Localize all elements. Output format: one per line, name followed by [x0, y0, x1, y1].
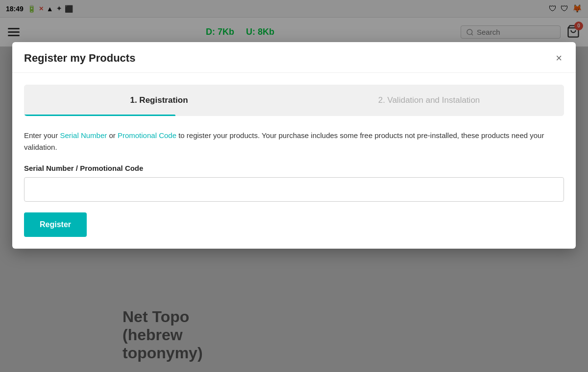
modal-overlay: Register my Products × 1. Registration 2… [0, 0, 588, 372]
modal-body: 1. Registration 2. Validation and Instal… [12, 73, 576, 249]
description-middle: or [107, 131, 118, 140]
field-label: Serial Number / Promotional Code [24, 164, 564, 172]
modal-header: Register my Products × [12, 42, 576, 73]
tab-validation[interactable]: 2. Validation and Instalation [294, 85, 564, 116]
description-text: Enter your Serial Number or Promotional … [24, 130, 564, 153]
description-prefix: Enter your [24, 131, 60, 140]
modal-close-button[interactable]: × [554, 53, 564, 64]
modal-title: Register my Products [24, 52, 135, 65]
tab-registration[interactable]: 1. Registration [24, 85, 294, 116]
serial-number-input[interactable] [24, 177, 564, 202]
modal-dialog: Register my Products × 1. Registration 2… [12, 42, 576, 249]
serial-number-link[interactable]: Serial Number [60, 131, 107, 140]
promo-code-link[interactable]: Promotional Code [118, 131, 176, 140]
tabs-container: 1. Registration 2. Validation and Instal… [24, 85, 564, 116]
register-button[interactable]: Register [24, 212, 87, 237]
